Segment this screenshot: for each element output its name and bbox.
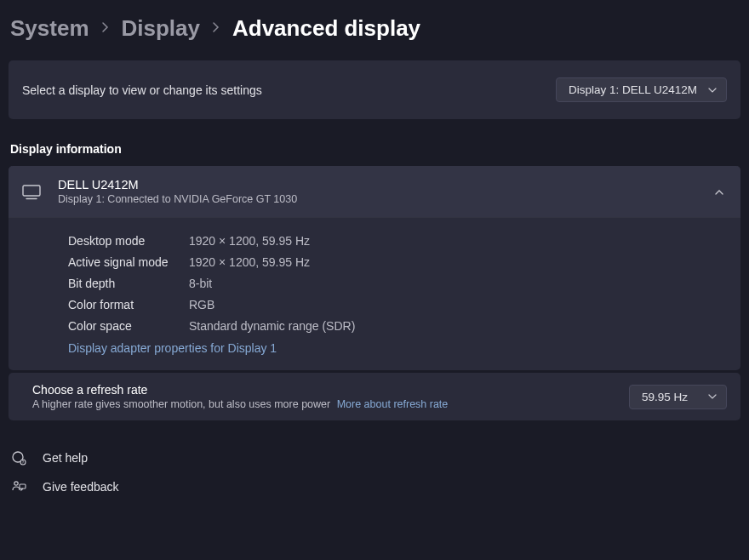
chevron-down-icon — [707, 85, 718, 95]
display-information-heading: Display information — [9, 122, 740, 166]
feedback-icon — [10, 478, 27, 495]
info-label: Desktop mode — [68, 234, 189, 248]
help-icon: ? — [10, 449, 27, 466]
info-label: Color format — [68, 298, 189, 311]
breadcrumb: System Display Advanced display — [9, 9, 740, 60]
monitor-icon — [22, 185, 41, 198]
info-value: 1920 × 1200, 59.95 Hz — [189, 234, 310, 248]
chevron-right-icon — [101, 21, 110, 37]
info-row-color-space: Color space Standard dynamic range (SDR) — [68, 315, 723, 336]
give-feedback-link[interactable]: Give feedback — [10, 472, 739, 501]
info-row-color-format: Color format RGB — [68, 294, 723, 315]
refresh-rate-subtitle: A higher rate gives smoother motion, but… — [32, 398, 448, 410]
display-info-body: Desktop mode 1920 × 1200, 59.95 Hz Activ… — [9, 217, 740, 370]
refresh-rate-value: 59.95 Hz — [642, 391, 688, 403]
select-display-prompt: Select a display to view or change its s… — [22, 83, 262, 97]
display-selector-value: Display 1: DELL U2412M — [569, 83, 697, 96]
svg-point-5 — [14, 482, 18, 485]
refresh-rate-dropdown[interactable]: 59.95 Hz — [629, 385, 727, 409]
get-help-label: Get help — [43, 451, 88, 465]
more-about-refresh-rate-link[interactable]: More about refresh rate — [337, 398, 449, 410]
refresh-rate-card: Choose a refresh rate A higher rate give… — [9, 373, 740, 420]
give-feedback-label: Give feedback — [43, 480, 119, 494]
svg-rect-6 — [20, 484, 26, 489]
display-connection-info: Display 1: Connected to NVIDIA GeForce G… — [58, 193, 297, 205]
breadcrumb-advanced-display: Advanced display — [232, 15, 420, 42]
refresh-rate-title: Choose a refresh rate — [32, 383, 448, 397]
info-value: RGB — [189, 298, 214, 311]
display-name: DELL U2412M — [58, 178, 297, 191]
select-display-card: Select a display to view or change its s… — [9, 60, 740, 119]
breadcrumb-system[interactable]: System — [10, 15, 89, 42]
chevron-up-icon[interactable] — [713, 186, 723, 197]
display-selector-dropdown[interactable]: Display 1: DELL U2412M — [556, 77, 727, 102]
svg-rect-0 — [23, 186, 40, 196]
display-info-header[interactable]: DELL U2412M Display 1: Connected to NVID… — [9, 166, 740, 217]
info-row-active-signal: Active signal mode 1920 × 1200, 59.95 Hz — [68, 251, 723, 272]
display-info-card: DELL U2412M Display 1: Connected to NVID… — [9, 166, 740, 370]
display-adapter-properties-link[interactable]: Display adapter properties for Display 1 — [68, 336, 723, 358]
info-value: 1920 × 1200, 59.95 Hz — [189, 255, 310, 269]
breadcrumb-display[interactable]: Display — [122, 15, 201, 42]
footer-links: ? Get help Give feedback — [9, 423, 740, 501]
info-value: 8-bit — [189, 277, 212, 290]
chevron-right-icon — [212, 21, 220, 37]
info-label: Bit depth — [68, 277, 189, 290]
info-label: Color space — [68, 319, 189, 333]
chevron-down-icon — [707, 391, 718, 402]
svg-text:?: ? — [22, 460, 25, 465]
info-row-bit-depth: Bit depth 8-bit — [68, 272, 723, 294]
info-row-desktop-mode: Desktop mode 1920 × 1200, 59.95 Hz — [68, 230, 723, 251]
get-help-link[interactable]: ? Get help — [10, 443, 739, 472]
info-value: Standard dynamic range (SDR) — [189, 319, 355, 333]
info-label: Active signal mode — [68, 255, 189, 269]
